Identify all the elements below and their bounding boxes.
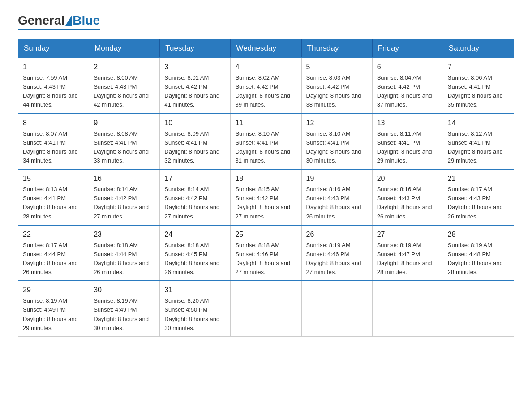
day-info: Sunrise: 8:00 AMSunset: 4:43 PMDaylight:… xyxy=(94,74,149,108)
day-number: 30 xyxy=(94,285,155,295)
day-info: Sunrise: 8:18 AMSunset: 4:45 PMDaylight:… xyxy=(164,242,219,275)
calendar-cell: 31 Sunrise: 8:20 AMSunset: 4:50 PMDaylig… xyxy=(160,281,231,336)
calendar-table: SundayMondayTuesdayWednesdayThursdayFrid… xyxy=(18,39,514,337)
day-number: 13 xyxy=(377,118,438,128)
calendar-cell: 30 Sunrise: 8:19 AMSunset: 4:49 PMDaylig… xyxy=(89,281,160,336)
day-number: 1 xyxy=(23,62,84,73)
calendar-cell: 16 Sunrise: 8:14 AMSunset: 4:42 PMDaylig… xyxy=(89,169,160,225)
calendar-cell: 20 Sunrise: 8:16 AMSunset: 4:43 PMDaylig… xyxy=(372,169,443,225)
day-header-sunday: Sunday xyxy=(18,39,89,58)
logo: General Blue xyxy=(18,13,100,30)
calendar-cell: 17 Sunrise: 8:14 AMSunset: 4:42 PMDaylig… xyxy=(160,169,231,225)
calendar-cell: 26 Sunrise: 8:19 AMSunset: 4:46 PMDaylig… xyxy=(301,225,372,281)
day-number: 22 xyxy=(23,229,84,240)
day-info: Sunrise: 8:10 AMSunset: 4:41 PMDaylight:… xyxy=(235,130,290,164)
day-number: 11 xyxy=(235,118,296,128)
calendar-cell: 14 Sunrise: 8:12 AMSunset: 4:41 PMDaylig… xyxy=(443,114,514,170)
logo-underline xyxy=(18,29,100,30)
calendar-cell: 6 Sunrise: 8:04 AMSunset: 4:42 PMDayligh… xyxy=(372,58,443,114)
calendar-week-row: 22 Sunrise: 8:17 AMSunset: 4:44 PMDaylig… xyxy=(18,225,514,281)
day-number: 3 xyxy=(164,62,226,73)
calendar-cell: 27 Sunrise: 8:19 AMSunset: 4:47 PMDaylig… xyxy=(372,225,443,281)
calendar-cell: 9 Sunrise: 8:08 AMSunset: 4:41 PMDayligh… xyxy=(89,114,160,170)
day-number: 10 xyxy=(164,118,226,128)
day-number: 7 xyxy=(448,62,509,73)
calendar-cell: 5 Sunrise: 8:03 AMSunset: 4:42 PMDayligh… xyxy=(301,58,372,114)
day-info: Sunrise: 8:17 AMSunset: 4:43 PMDaylight:… xyxy=(448,186,503,219)
calendar-cell: 7 Sunrise: 8:06 AMSunset: 4:41 PMDayligh… xyxy=(443,58,514,114)
day-info: Sunrise: 8:16 AMSunset: 4:43 PMDaylight:… xyxy=(306,186,361,219)
day-info: Sunrise: 8:07 AMSunset: 4:41 PMDaylight:… xyxy=(23,130,78,164)
day-info: Sunrise: 7:59 AMSunset: 4:43 PMDaylight:… xyxy=(23,74,78,108)
day-number: 15 xyxy=(23,173,84,184)
day-info: Sunrise: 8:19 AMSunset: 4:48 PMDaylight:… xyxy=(448,242,503,275)
day-header-friday: Friday xyxy=(372,39,443,58)
day-info: Sunrise: 8:01 AMSunset: 4:42 PMDaylight:… xyxy=(164,74,219,108)
day-header-wednesday: Wednesday xyxy=(231,39,301,58)
calendar-cell: 22 Sunrise: 8:17 AMSunset: 4:44 PMDaylig… xyxy=(18,225,89,281)
calendar-cell: 29 Sunrise: 8:19 AMSunset: 4:49 PMDaylig… xyxy=(18,281,89,336)
calendar-cell: 19 Sunrise: 8:16 AMSunset: 4:43 PMDaylig… xyxy=(301,169,372,225)
calendar-cell xyxy=(231,281,301,336)
day-number: 9 xyxy=(94,118,155,128)
day-info: Sunrise: 8:02 AMSunset: 4:42 PMDaylight:… xyxy=(235,74,290,108)
day-number: 2 xyxy=(94,62,155,73)
day-header-saturday: Saturday xyxy=(443,39,514,58)
logo-general-text: General xyxy=(18,13,64,28)
calendar-cell: 28 Sunrise: 8:19 AMSunset: 4:48 PMDaylig… xyxy=(443,225,514,281)
day-info: Sunrise: 8:19 AMSunset: 4:46 PMDaylight:… xyxy=(306,242,361,275)
calendar-cell: 4 Sunrise: 8:02 AMSunset: 4:42 PMDayligh… xyxy=(231,58,301,114)
calendar-cell: 10 Sunrise: 8:09 AMSunset: 4:41 PMDaylig… xyxy=(160,114,231,170)
day-number: 24 xyxy=(164,229,226,240)
day-number: 26 xyxy=(306,229,368,240)
calendar-week-row: 8 Sunrise: 8:07 AMSunset: 4:41 PMDayligh… xyxy=(18,114,514,170)
logo-blue-text: Blue xyxy=(73,13,100,28)
day-info: Sunrise: 8:16 AMSunset: 4:43 PMDaylight:… xyxy=(377,186,432,219)
calendar-cell: 21 Sunrise: 8:17 AMSunset: 4:43 PMDaylig… xyxy=(443,169,514,225)
day-header-monday: Monday xyxy=(89,39,160,58)
day-number: 29 xyxy=(23,285,84,295)
calendar-cell: 1 Sunrise: 7:59 AMSunset: 4:43 PMDayligh… xyxy=(18,58,89,114)
day-info: Sunrise: 8:08 AMSunset: 4:41 PMDaylight:… xyxy=(94,130,149,164)
day-info: Sunrise: 8:20 AMSunset: 4:50 PMDaylight:… xyxy=(164,297,219,331)
calendar-cell xyxy=(372,281,443,336)
day-number: 19 xyxy=(306,173,368,184)
day-number: 23 xyxy=(94,229,155,240)
calendar-week-row: 29 Sunrise: 8:19 AMSunset: 4:49 PMDaylig… xyxy=(18,281,514,336)
day-number: 21 xyxy=(448,173,509,184)
calendar-week-row: 15 Sunrise: 8:13 AMSunset: 4:41 PMDaylig… xyxy=(18,169,514,225)
calendar-cell: 13 Sunrise: 8:11 AMSunset: 4:41 PMDaylig… xyxy=(372,114,443,170)
day-info: Sunrise: 8:19 AMSunset: 4:47 PMDaylight:… xyxy=(377,242,432,275)
day-info: Sunrise: 8:15 AMSunset: 4:42 PMDaylight:… xyxy=(235,186,290,219)
day-number: 18 xyxy=(235,173,296,184)
calendar-header-row: SundayMondayTuesdayWednesdayThursdayFrid… xyxy=(18,39,514,58)
day-info: Sunrise: 8:18 AMSunset: 4:44 PMDaylight:… xyxy=(94,242,149,275)
day-header-tuesday: Tuesday xyxy=(160,39,231,58)
calendar-cell: 12 Sunrise: 8:10 AMSunset: 4:41 PMDaylig… xyxy=(301,114,372,170)
calendar-cell xyxy=(301,281,372,336)
day-number: 27 xyxy=(377,229,438,240)
header: General Blue xyxy=(18,13,514,30)
day-number: 28 xyxy=(448,229,509,240)
calendar-cell: 24 Sunrise: 8:18 AMSunset: 4:45 PMDaylig… xyxy=(160,225,231,281)
day-info: Sunrise: 8:14 AMSunset: 4:42 PMDaylight:… xyxy=(94,186,149,219)
day-number: 5 xyxy=(306,62,368,73)
day-number: 31 xyxy=(164,285,226,295)
day-info: Sunrise: 8:19 AMSunset: 4:49 PMDaylight:… xyxy=(23,297,78,331)
day-number: 14 xyxy=(448,118,509,128)
day-number: 8 xyxy=(23,118,84,128)
day-info: Sunrise: 8:14 AMSunset: 4:42 PMDaylight:… xyxy=(164,186,219,219)
day-info: Sunrise: 8:04 AMSunset: 4:42 PMDaylight:… xyxy=(377,74,432,108)
calendar-cell: 25 Sunrise: 8:18 AMSunset: 4:46 PMDaylig… xyxy=(231,225,301,281)
day-info: Sunrise: 8:09 AMSunset: 4:41 PMDaylight:… xyxy=(164,130,219,164)
calendar-cell: 3 Sunrise: 8:01 AMSunset: 4:42 PMDayligh… xyxy=(160,58,231,114)
calendar-cell: 11 Sunrise: 8:10 AMSunset: 4:41 PMDaylig… xyxy=(231,114,301,170)
day-number: 6 xyxy=(377,62,438,73)
day-info: Sunrise: 8:19 AMSunset: 4:49 PMDaylight:… xyxy=(94,297,149,331)
calendar-cell: 18 Sunrise: 8:15 AMSunset: 4:42 PMDaylig… xyxy=(231,169,301,225)
day-info: Sunrise: 8:10 AMSunset: 4:41 PMDaylight:… xyxy=(306,130,361,164)
day-info: Sunrise: 8:03 AMSunset: 4:42 PMDaylight:… xyxy=(306,74,361,108)
calendar-cell: 8 Sunrise: 8:07 AMSunset: 4:41 PMDayligh… xyxy=(18,114,89,170)
day-number: 17 xyxy=(164,173,226,184)
day-number: 20 xyxy=(377,173,438,184)
